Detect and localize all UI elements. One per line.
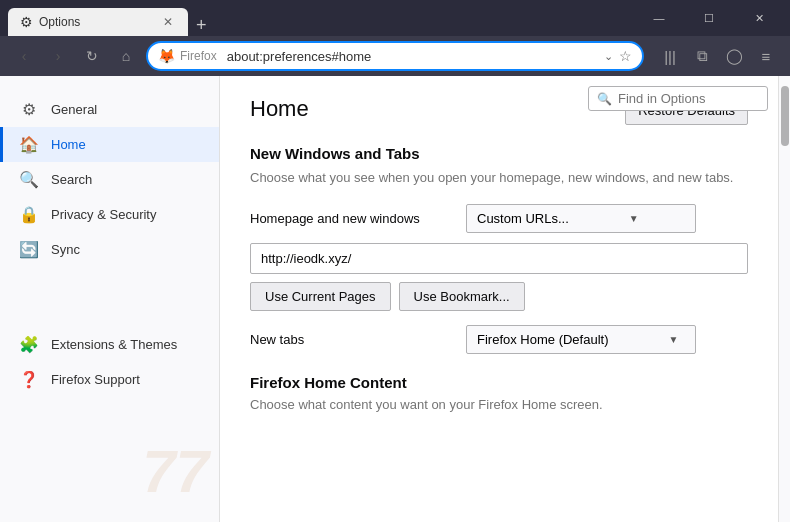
back-button[interactable]: ‹ [10, 42, 38, 70]
homepage-dropdown-value: Custom URLs... [477, 211, 569, 226]
scroll-thumb[interactable] [781, 86, 789, 146]
new-tab-button[interactable]: + [188, 15, 215, 36]
new-tabs-setting-row: New tabs Firefox Home (Default) ▼ [250, 325, 748, 354]
use-current-pages-button[interactable]: Use Current Pages [250, 282, 391, 311]
scrollbar[interactable] [778, 76, 790, 522]
homepage-dropdown[interactable]: Custom URLs... ▼ [466, 204, 696, 233]
sidebar-label-extensions: Extensions & Themes [51, 337, 177, 352]
url-input[interactable] [227, 49, 598, 64]
refresh-button[interactable]: ↻ [78, 42, 106, 70]
sidebar-label-support: Firefox Support [51, 372, 140, 387]
sync-button[interactable]: ⧉ [688, 42, 716, 70]
puzzle-icon: 🧩 [19, 335, 39, 354]
window-controls: — ☐ ✕ [636, 4, 782, 32]
content-area: 🔍 Home Restore Defaults New Windows and … [220, 76, 778, 522]
sidebar-label-sync: Sync [51, 242, 80, 257]
home-button[interactable]: ⌂ [112, 42, 140, 70]
new-windows-desc: Choose what you see when you open your h… [250, 168, 748, 188]
new-windows-title: New Windows and Tabs [250, 145, 748, 162]
use-bookmark-button[interactable]: Use Bookmark... [399, 282, 525, 311]
page-title: Home [250, 96, 309, 122]
close-button[interactable]: ✕ [736, 4, 782, 32]
homepage-buttons-row: Use Current Pages Use Bookmark... [250, 282, 748, 311]
sidebar: ⚙ General 🏠 Home 🔍 Search 🔒 Privacy & Se… [0, 76, 220, 522]
tab-label: Options [39, 15, 80, 29]
address-bar[interactable]: 🦊 Firefox ⌄ ☆ [146, 41, 644, 71]
options-tab[interactable]: ⚙ Options ✕ [8, 8, 188, 36]
new-tabs-label: New tabs [250, 332, 450, 347]
browser-label: Firefox [180, 49, 217, 63]
homepage-label: Homepage and new windows [250, 211, 450, 226]
new-tabs-dropdown[interactable]: Firefox Home (Default) ▼ [466, 325, 696, 354]
new-tabs-dropdown-arrow-icon: ▼ [668, 334, 678, 345]
toolbar-icons: ||| ⧉ ◯ ≡ [656, 42, 780, 70]
tab-icon: ⚙ [20, 14, 33, 30]
sidebar-item-home[interactable]: 🏠 Home [0, 127, 219, 162]
library-button[interactable]: ||| [656, 42, 684, 70]
sidebar-item-extensions[interactable]: 🧩 Extensions & Themes [0, 327, 219, 362]
sync-icon: 🔄 [19, 240, 39, 259]
homepage-url-input[interactable] [250, 243, 748, 274]
firefox-home-title: Firefox Home Content [250, 374, 748, 391]
minimize-button[interactable]: — [636, 4, 682, 32]
sidebar-label-home: Home [51, 137, 86, 152]
nav-bar: ‹ › ↻ ⌂ 🦊 Firefox ⌄ ☆ ||| ⧉ ◯ ≡ [0, 36, 790, 76]
help-icon: ❓ [19, 370, 39, 389]
gear-icon: ⚙ [19, 100, 39, 119]
find-input-wrapper[interactable]: 🔍 [588, 86, 768, 111]
home-icon: 🏠 [19, 135, 39, 154]
firefox-home-desc: Choose what content you want on your Fir… [250, 395, 748, 415]
sidebar-item-support[interactable]: ❓ Firefox Support [0, 362, 219, 397]
dropdown-arrow-icon: ▼ [629, 213, 639, 224]
sidebar-item-general[interactable]: ⚙ General [0, 92, 219, 127]
bookmark-star-icon[interactable]: ☆ [619, 48, 632, 64]
watermark: 77 [142, 442, 209, 502]
firefox-icon: 🦊 [158, 48, 174, 64]
sidebar-label-search: Search [51, 172, 92, 187]
find-bar: 🔍 [588, 86, 768, 111]
tab-close-button[interactable]: ✕ [160, 14, 176, 30]
maximize-button[interactable]: ☐ [686, 4, 732, 32]
homepage-setting-row: Homepage and new windows Custom URLs... … [250, 204, 748, 233]
new-tabs-dropdown-value: Firefox Home (Default) [477, 332, 608, 347]
dropdown-arrow-icon[interactable]: ⌄ [604, 50, 613, 63]
title-bar: ⚙ Options ✕ + — ☐ ✕ [0, 0, 790, 36]
main-layout: ⚙ General 🏠 Home 🔍 Search 🔒 Privacy & Se… [0, 76, 790, 522]
account-button[interactable]: ◯ [720, 42, 748, 70]
sidebar-label-general: General [51, 102, 97, 117]
find-input[interactable] [618, 91, 758, 106]
sidebar-item-search[interactable]: 🔍 Search [0, 162, 219, 197]
sidebar-item-privacy[interactable]: 🔒 Privacy & Security [0, 197, 219, 232]
lock-icon: 🔒 [19, 205, 39, 224]
tab-area: ⚙ Options ✕ + [8, 0, 630, 36]
forward-button[interactable]: › [44, 42, 72, 70]
sidebar-item-sync[interactable]: 🔄 Sync [0, 232, 219, 267]
sidebar-label-privacy: Privacy & Security [51, 207, 156, 222]
find-search-icon: 🔍 [597, 92, 612, 106]
search-icon: 🔍 [19, 170, 39, 189]
menu-button[interactable]: ≡ [752, 42, 780, 70]
